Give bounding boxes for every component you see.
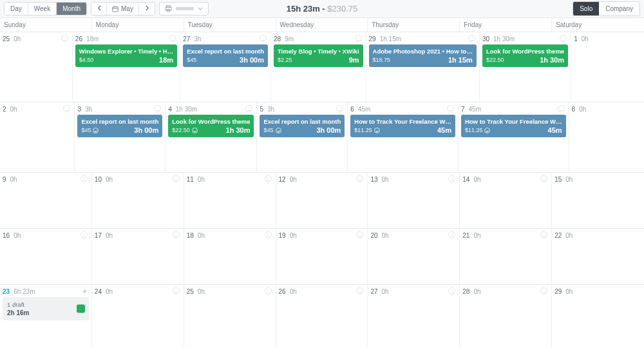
day-cell[interactable]: 291h 15mAdobe Photoshop 2021 • How to…$1… xyxy=(366,32,480,102)
day-duration: 0h xyxy=(14,35,21,43)
day-number: 30 xyxy=(482,35,489,43)
entry-title: Look for WordPress theme xyxy=(486,48,564,55)
day-cell[interactable]: 236h 23m✦1 draft2h 16m xyxy=(0,285,92,348)
mode-solo-button[interactable]: Solo xyxy=(573,2,599,15)
face-icon xyxy=(356,287,363,295)
day-duration: 45m xyxy=(469,106,481,113)
entry-duration: 3h 00m xyxy=(240,56,264,64)
day-cell[interactable]: 250h xyxy=(184,285,276,348)
day-cell[interactable]: 41h 30mLook for WordPress theme$22.501h … xyxy=(166,102,257,172)
day-cell[interactable]: 745mHow to Track Your Freelance W…$11.25… xyxy=(459,102,569,172)
day-duration: 0h xyxy=(382,288,389,295)
day-cell[interactable]: 645mHow to Track Your Freelance W…$11.25… xyxy=(348,102,459,172)
day-cell[interactable]: 290h xyxy=(552,285,644,348)
dow-cell: Monday xyxy=(92,18,184,32)
entry-amount: $2.25 xyxy=(278,57,292,63)
entry-duration: 1h 30m xyxy=(540,56,564,64)
view-day-button[interactable]: Day xyxy=(5,3,28,15)
day-cell[interactable]: 120h xyxy=(276,173,368,228)
view-switcher: Day Week Month xyxy=(4,2,87,15)
day-duration: 0h xyxy=(473,288,480,295)
entry-amount: $45 xyxy=(81,127,99,133)
day-duration: 3h xyxy=(194,35,201,43)
entry-title: Look for WordPress theme xyxy=(172,118,250,125)
time-entry[interactable]: Look for WordPress theme$22.501h 30m xyxy=(482,44,568,67)
day-cell[interactable]: 53hExcel report on last month$453h 00m xyxy=(257,102,348,172)
view-month-button[interactable]: Month xyxy=(57,3,86,15)
entry-duration: 1h 30m xyxy=(226,126,251,134)
time-entry[interactable]: Timely Blog • Timely • XWiki$2.259m xyxy=(274,44,363,67)
svg-rect-0 xyxy=(113,6,118,12)
day-cell[interactable]: 110h xyxy=(184,173,276,228)
day-cell[interactable]: 33hExcel report on last month$453h 00m xyxy=(75,102,166,172)
day-duration: 0h xyxy=(10,176,17,183)
day-cell[interactable]: 240h xyxy=(92,285,184,348)
day-number: 18 xyxy=(187,232,194,239)
entry-subline: $453h 00m xyxy=(187,56,264,64)
day-cell[interactable]: 250h xyxy=(0,32,73,102)
day-duration: 0h xyxy=(106,288,113,295)
checkmark-icon xyxy=(374,128,380,133)
view-week-button[interactable]: Week xyxy=(28,3,57,15)
checkmark-icon xyxy=(192,128,198,133)
time-entry[interactable]: Windows Explorer • Timely • H…$4.5018m xyxy=(75,44,177,67)
entry-subline: $18.751h 15m xyxy=(373,56,473,64)
time-entry[interactable]: Excel report on last month$453h 00m xyxy=(183,44,268,67)
day-duration: 1h 30m xyxy=(176,106,197,113)
day-header: 160h xyxy=(3,231,89,239)
time-entry[interactable]: Adobe Photoshop 2021 • How to…$18.751h 1… xyxy=(369,44,477,67)
day-cell[interactable]: 301h 30mLook for WordPress theme$22.501h… xyxy=(480,32,571,102)
day-number: 15 xyxy=(554,176,562,183)
face-icon xyxy=(558,105,565,112)
day-cell[interactable]: 100h xyxy=(92,173,184,228)
day-cell[interactable]: 130h xyxy=(368,173,460,228)
day-number: 8 xyxy=(572,106,576,113)
day-header: 10h xyxy=(574,35,641,43)
day-cell[interactable]: 190h xyxy=(276,229,368,284)
day-cell[interactable]: 289mTimely Blog • Timely • XWiki$2.259m xyxy=(271,32,366,102)
entry-subline: $22.501h 30m xyxy=(172,126,250,134)
day-cell[interactable]: 260h xyxy=(276,285,368,348)
entry-subline: $4.5018m xyxy=(79,56,173,64)
face-icon xyxy=(355,35,362,42)
time-entry[interactable]: Excel report on last month$453h 00m xyxy=(77,115,162,137)
face-icon xyxy=(61,35,68,42)
day-header: 41h 30m xyxy=(168,105,254,113)
day-cell[interactable]: 2618mWindows Explorer • Timely • H…$4.50… xyxy=(73,32,180,102)
day-header: 220h xyxy=(554,231,641,239)
draft-entry[interactable]: 1 draft2h 16m xyxy=(3,297,89,320)
day-cell[interactable]: 140h xyxy=(460,173,552,228)
day-cell[interactable]: 160h xyxy=(0,229,92,284)
time-entry[interactable]: Excel report on last month$453h 00m xyxy=(260,115,345,137)
day-cell[interactable]: 10h xyxy=(571,32,644,102)
print-export-button[interactable] xyxy=(159,2,209,15)
day-cell[interactable]: 280h xyxy=(460,285,552,348)
day-cell[interactable]: 20h xyxy=(0,102,75,172)
day-cell[interactable]: 170h xyxy=(92,229,184,284)
day-cell[interactable]: 150h xyxy=(552,173,644,228)
time-entry[interactable]: How to Track Your Freelance W…$11.2545m xyxy=(350,115,455,137)
day-header: 645m xyxy=(350,105,455,113)
day-cell[interactable]: 80h xyxy=(569,102,644,172)
draft-chip-icon xyxy=(77,305,85,313)
face-icon xyxy=(265,231,272,238)
day-cell[interactable]: 220h xyxy=(552,229,644,284)
day-cell[interactable]: 180h xyxy=(184,229,276,284)
time-entry[interactable]: Look for WordPress theme$22.501h 30m xyxy=(168,115,254,137)
day-cell[interactable]: 210h xyxy=(460,229,552,284)
prev-month-button[interactable] xyxy=(91,3,107,15)
draft-title: 1 draft xyxy=(7,301,84,308)
time-entry[interactable]: How to Track Your Freelance W…$11.2545m xyxy=(461,115,566,137)
day-duration: 18m xyxy=(86,35,99,43)
day-duration: 3h xyxy=(267,106,274,113)
day-cell[interactable]: 200h xyxy=(368,229,460,284)
face-icon xyxy=(63,105,70,112)
month-picker-button[interactable]: May xyxy=(107,3,139,15)
summary-amount: $230.75 xyxy=(327,4,357,14)
mode-company-button[interactable]: Company xyxy=(599,2,639,15)
day-cell[interactable]: 90h xyxy=(0,173,92,228)
day-cell[interactable]: 270h xyxy=(368,285,460,348)
day-number: 14 xyxy=(462,176,469,183)
day-cell[interactable]: 273hExcel report on last month$453h 00m xyxy=(180,32,271,102)
next-month-button[interactable] xyxy=(139,3,155,15)
